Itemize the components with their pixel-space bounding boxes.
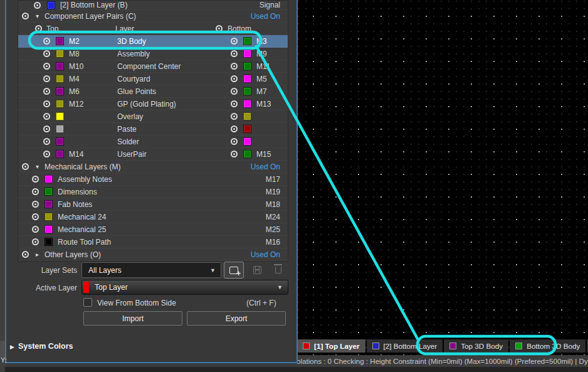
layer-color-swatch[interactable] (243, 137, 251, 146)
visibility-eye-icon[interactable] (22, 251, 29, 258)
layer-pair-row-component-center[interactable]: M10 Component Center M11 (18, 60, 288, 73)
layer-color-swatch[interactable] (56, 112, 64, 120)
view-from-bottom-label: View From Bottom Side (97, 299, 176, 307)
visibility-eye-icon[interactable] (43, 38, 50, 45)
visibility-eye-icon[interactable] (43, 125, 50, 132)
layer-color-swatch[interactable] (243, 62, 251, 70)
visibility-eye-icon[interactable] (43, 63, 50, 70)
visibility-eye-icon[interactable] (43, 88, 50, 95)
visibility-eye-icon[interactable] (216, 25, 223, 32)
section-component-layer-pairs[interactable]: ▾ Component Layer Pairs (C) Used On (18, 10, 288, 23)
mech-row-dimensions[interactable]: Dimensions M19 (18, 186, 288, 198)
visibility-eye-icon[interactable] (231, 138, 238, 145)
layer-row-bottom-layer[interactable]: [2] Bottom Layer (B) Signal (18, 1, 288, 10)
collapse-arrow-icon[interactable]: ▾ (36, 13, 43, 19)
layer-color-swatch[interactable] (45, 238, 53, 246)
visibility-eye-icon[interactable] (32, 188, 39, 195)
layer-color-swatch[interactable] (56, 87, 64, 95)
layer-color-swatch[interactable] (56, 100, 64, 108)
layer-color-swatch[interactable] (45, 175, 53, 183)
layer-color-swatch[interactable] (243, 150, 251, 158)
layer-pair-row-courtyard[interactable]: M4 Courtyard M5 (18, 73, 288, 85)
tab-top-3d-body[interactable]: Top 3D Body (444, 339, 508, 353)
layer-color-swatch[interactable] (243, 50, 251, 58)
layer-color-swatch[interactable] (243, 37, 251, 45)
layer-pair-row-gold-plating[interactable]: M12 GP (Gold Plating) M13 (18, 98, 288, 110)
visibility-eye-icon[interactable] (43, 151, 50, 157)
visibility-eye-icon[interactable] (43, 100, 50, 107)
layer-color-swatch[interactable] (56, 137, 64, 146)
layer-color-swatch[interactable] (243, 100, 251, 108)
add-layer-set-button[interactable] (224, 262, 244, 279)
tab-bottom-3d-body[interactable]: Bottom 3D Body (510, 339, 585, 353)
visibility-eye-icon[interactable] (35, 25, 42, 32)
layer-pair-row-userpair[interactable]: M14 UserPair M15 (18, 148, 288, 161)
layer-sets-dropdown[interactable]: All Layers ▼ (81, 262, 221, 278)
visibility-eye-icon[interactable] (231, 113, 238, 120)
layer-color-swatch[interactable] (56, 50, 64, 58)
view-from-bottom-checkbox[interactable] (83, 298, 92, 307)
layer-color-swatch[interactable] (45, 200, 53, 208)
visibility-eye-icon[interactable] (32, 226, 39, 233)
expand-arrow-icon[interactable]: ▸ (36, 251, 43, 258)
layer-color-swatch[interactable] (243, 112, 251, 120)
export-button[interactable]: Export (187, 311, 286, 326)
used-on-link[interactable]: Used On (251, 12, 288, 21)
layer-color-swatch[interactable] (243, 75, 251, 83)
visibility-eye-icon[interactable] (231, 38, 238, 45)
mech-row-route-tool-path[interactable]: Route Tool Path M16 (18, 236, 288, 248)
active-layer-dropdown[interactable]: Top Layer ▼ (81, 280, 288, 295)
layer-pair-row-solder[interactable]: Solder (18, 136, 288, 148)
delete-layer-set-button[interactable] (268, 262, 288, 279)
layer-pair-row-overlay[interactable]: Overlay (18, 110, 288, 123)
import-button[interactable]: Import (83, 311, 182, 326)
visibility-eye-icon[interactable] (43, 113, 50, 120)
visibility-eye-icon[interactable] (231, 50, 238, 57)
layer-color-swatch[interactable] (56, 37, 64, 45)
visibility-eye-icon[interactable] (231, 125, 238, 132)
visibility-eye-icon[interactable] (32, 238, 39, 245)
visibility-eye-icon[interactable] (43, 75, 50, 82)
layer-color-swatch[interactable] (45, 188, 53, 196)
layer-color-swatch[interactable] (45, 213, 53, 221)
visibility-eye-icon[interactable] (231, 151, 238, 157)
visibility-eye-icon[interactable] (231, 75, 238, 82)
visibility-eye-icon[interactable] (231, 63, 238, 70)
layer-color-swatch[interactable] (45, 225, 53, 233)
visibility-eye-icon[interactable] (32, 213, 39, 220)
mech-row-mechanical-25[interactable]: Mechanical 25 M25 (18, 223, 288, 236)
layer-color-swatch[interactable] (243, 87, 251, 95)
mech-row-mechanical-24[interactable]: Mechanical 24 M24 (18, 211, 288, 223)
visibility-eye-icon[interactable] (43, 138, 50, 145)
mech-row-assembly-notes[interactable]: Assembly Notes M17 (18, 173, 288, 186)
layer-pair-row-assembly[interactable]: M8 Assembly M9 (18, 48, 288, 60)
tab-bottom-layer[interactable]: [2] Bottom Layer (367, 339, 443, 353)
layer-color-swatch[interactable] (56, 62, 64, 70)
visibility-eye-icon[interactable] (231, 88, 238, 95)
layer-color-swatch[interactable] (56, 75, 64, 83)
save-layer-set-button[interactable] (247, 262, 267, 279)
system-colors-section[interactable]: ▶System Colors (10, 342, 73, 351)
section-mechanical-layers[interactable]: ▾ Mechanical Layers (M) Used On (18, 161, 288, 173)
layer-color-swatch[interactable] (243, 125, 251, 133)
layer-pair-row-3d-body[interactable]: M2 3D Body M3 (18, 35, 288, 48)
visibility-eye-icon[interactable] (34, 2, 41, 9)
used-on-link[interactable]: Used On (251, 162, 288, 171)
visibility-eye-icon[interactable] (22, 13, 29, 19)
visibility-eye-icon[interactable] (22, 163, 29, 170)
visibility-eye-icon[interactable] (231, 100, 238, 107)
mech-row-fab-notes[interactable]: Fab Notes M18 (18, 198, 288, 211)
tab-top-layer[interactable]: [1] Top Layer (297, 339, 365, 353)
layer-color-swatch[interactable] (56, 150, 64, 158)
collapse-arrow-icon[interactable]: ▾ (36, 163, 43, 170)
pcb-canvas[interactable] (293, 0, 588, 367)
layer-color-swatch[interactable] (56, 125, 64, 133)
section-other-layers[interactable]: ▸ Other Layers (O) Used On (18, 248, 288, 261)
layer-color-swatch[interactable] (47, 1, 55, 9)
layer-pair-row-glue-points[interactable]: M6 Glue Points M7 (18, 85, 288, 98)
layer-pair-row-paste[interactable]: Paste (18, 123, 288, 136)
visibility-eye-icon[interactable] (43, 50, 50, 57)
visibility-eye-icon[interactable] (32, 176, 39, 183)
visibility-eye-icon[interactable] (32, 201, 39, 208)
used-on-link[interactable]: Used On (251, 250, 288, 259)
